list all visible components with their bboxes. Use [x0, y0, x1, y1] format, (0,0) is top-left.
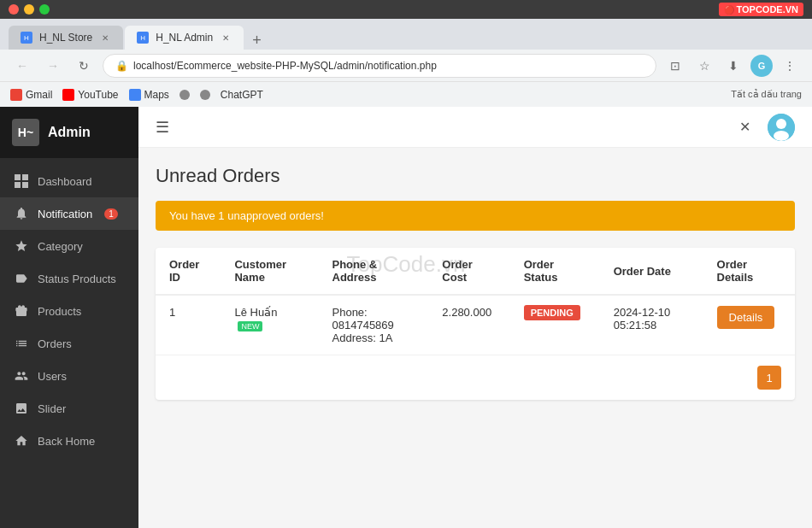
sidebar-item-slider[interactable]: Slider: [0, 392, 138, 425]
cell-order-status: PENDING: [510, 295, 600, 355]
url-input[interactable]: 🔒 localhost/Ecommerce_website-PHP-MySQL/…: [103, 54, 656, 78]
other-icon-2: [200, 90, 210, 100]
sidebar-item-category[interactable]: Category: [0, 230, 138, 262]
app-container: H~ Admin Dashboard Notification 1: [0, 107, 812, 528]
profile-avatar[interactable]: G: [750, 55, 773, 77]
image-icon: [14, 401, 29, 416]
content-body: Unread Orders You have 1 unapproved orde…: [138, 148, 812, 513]
bell-icon: [14, 206, 29, 221]
cell-order-id: 1: [156, 295, 221, 355]
address-text: Address: 1A: [332, 331, 415, 344]
browser-top-bar: 🔴 TOPCODE.VN: [0, 0, 812, 19]
orders-table: Order ID Customer Name Phone & Address O…: [156, 248, 795, 355]
svg-rect-0: [15, 174, 21, 180]
users-icon: [14, 368, 29, 384]
bookmark-other1[interactable]: [179, 90, 190, 100]
bookmark-chatgpt[interactable]: ChatGPT: [221, 89, 263, 101]
bookmark-label-youtube: YouTube: [78, 89, 118, 101]
star-icon: [14, 238, 29, 254]
status-badge-pending: PENDING: [524, 305, 580, 320]
tab-label-2: H_NL Admin: [156, 32, 213, 44]
other-icon-1: [179, 90, 190, 100]
bookmark-icon[interactable]: ☆: [692, 54, 716, 78]
sidebar-label-status-products: Status Products: [38, 273, 116, 285]
hamburger-menu-button[interactable]: ☰: [156, 118, 169, 137]
sidebar-title: Admin: [48, 125, 91, 140]
cell-order-details: Details: [703, 295, 795, 355]
page-title: Unread Orders: [156, 165, 795, 187]
sidebar-logo: H~: [12, 119, 39, 146]
bookmark-maps[interactable]: Maps: [129, 89, 169, 101]
forward-button[interactable]: →: [41, 54, 65, 78]
browser-tab-2[interactable]: H H_NL Admin ✕: [125, 26, 244, 50]
new-tab-button[interactable]: +: [245, 32, 268, 50]
sidebar-item-dashboard[interactable]: Dashboard: [0, 165, 138, 197]
all-bookmarks-button[interactable]: Tất cả dấu trang: [731, 89, 802, 100]
home-icon: [14, 433, 29, 449]
sidebar-item-notification[interactable]: Notification 1: [0, 197, 138, 230]
sidebar-item-status-products[interactable]: Status Products: [0, 262, 138, 295]
address-bar: ← → ↻ 🔒 localhost/Ecommerce_website-PHP-…: [0, 50, 812, 81]
svg-point-6: [774, 131, 789, 141]
svg-point-5: [776, 119, 786, 129]
youtube-icon: [62, 89, 74, 101]
sidebar-item-users[interactable]: Users: [0, 360, 138, 392]
sidebar: H~ Admin Dashboard Notification 1: [0, 107, 138, 528]
sidebar-header: H~ Admin: [0, 107, 138, 158]
tab-favicon-1: H: [21, 32, 32, 44]
table-row: 1 Lê Huấn NEW Phone: 0814745869 Address:…: [156, 295, 795, 355]
tab-close-2[interactable]: ✕: [220, 32, 232, 44]
col-customer-name: Customer Name: [221, 248, 318, 295]
maps-icon: [129, 89, 141, 101]
bookmark-gmail[interactable]: Gmail: [10, 89, 52, 101]
reload-button[interactable]: ↻: [72, 54, 96, 78]
address-icons: ⊡ ☆ ⬇ G ⋮: [663, 54, 802, 78]
cell-order-date: 2024-12-10 05:21:58: [600, 295, 703, 355]
page-1-button[interactable]: 1: [757, 366, 781, 390]
alert-warning: You have 1 unapproved orders!: [156, 201, 795, 231]
bookmark-youtube[interactable]: YouTube: [62, 89, 118, 101]
minimize-window-button[interactable]: [24, 4, 34, 15]
sidebar-logo-text: H~: [18, 126, 33, 139]
menu-icon[interactable]: ⋮: [778, 54, 802, 78]
download-icon[interactable]: ⬇: [721, 54, 745, 78]
svg-rect-3: [22, 182, 28, 188]
bookmark-label-maps: Maps: [144, 89, 169, 101]
table-header: Order ID Customer Name Phone & Address O…: [156, 248, 795, 295]
sidebar-label-back-home: Back Home: [38, 435, 95, 448]
back-button[interactable]: ←: [10, 54, 34, 78]
tab-close-1[interactable]: ✕: [99, 32, 111, 44]
main-content: ☰ ✕ Unread Orders You have 1 unapproved …: [138, 107, 812, 528]
notification-badge: 1: [104, 208, 118, 220]
tag-icon: [14, 271, 29, 286]
close-icon[interactable]: ✕: [732, 114, 757, 140]
maximize-window-button[interactable]: [39, 4, 50, 15]
pagination: 1: [156, 355, 795, 400]
sidebar-label-notification: Notification: [38, 208, 92, 220]
bookmark-other2[interactable]: [200, 90, 210, 100]
cell-customer-name: Lê Huấn NEW: [221, 295, 318, 355]
header-right: ✕: [732, 114, 795, 141]
gmail-icon: [10, 89, 22, 101]
close-window-button[interactable]: [9, 4, 19, 15]
bookmark-label-chatgpt: ChatGPT: [221, 89, 263, 101]
details-button[interactable]: Details: [717, 306, 775, 329]
cell-order-cost: 2.280.000: [428, 295, 509, 355]
col-order-status: Order Status: [510, 248, 600, 295]
browser-tab-1[interactable]: H H_NL Store ✕: [9, 26, 123, 50]
col-phone-address: Phone & Address: [319, 248, 429, 295]
browser-tabs-bar: H H_NL Store ✕ H H_NL Admin ✕ +: [0, 19, 812, 50]
bookmark-label-gmail: Gmail: [26, 89, 52, 101]
bookmarks-bar: Gmail YouTube Maps ChatGPT Tất cả dấu tr…: [0, 81, 812, 107]
user-avatar[interactable]: [768, 114, 795, 141]
sidebar-label-slider: Slider: [38, 402, 66, 415]
sidebar-label-category: Category: [38, 240, 83, 253]
translate-icon[interactable]: ⊡: [663, 54, 687, 78]
sidebar-item-orders[interactable]: Orders: [0, 327, 138, 360]
col-order-cost: Order Cost: [428, 248, 509, 295]
sidebar-item-back-home[interactable]: Back Home: [0, 425, 138, 457]
sidebar-item-products[interactable]: Products: [0, 295, 138, 327]
avatar-image: [768, 114, 795, 141]
tab-label-1: H_NL Store: [39, 32, 92, 44]
browser-chrome: 🔴 TOPCODE.VN H H_NL Store ✕ H H_NL Admin…: [0, 0, 812, 81]
